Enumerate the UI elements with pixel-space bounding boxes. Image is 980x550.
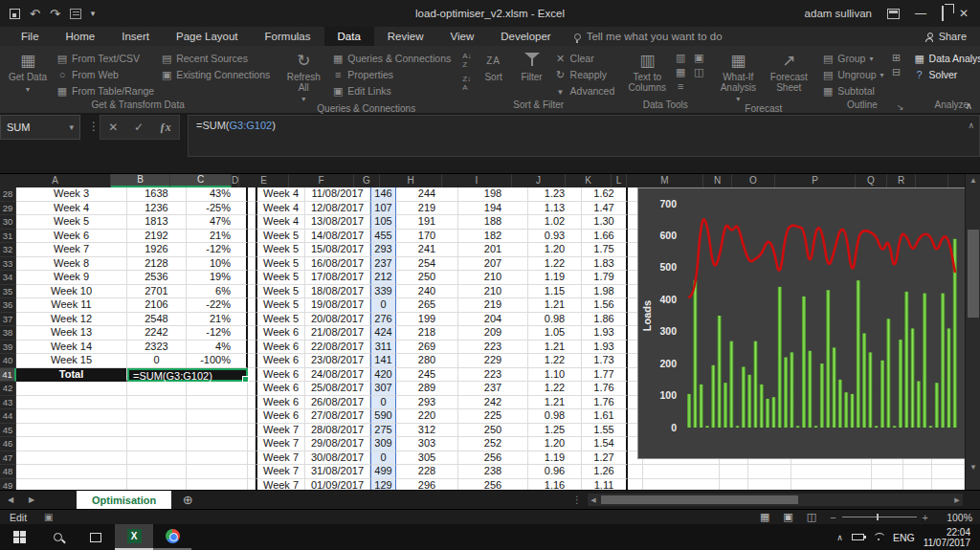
cell-D32[interactable] xyxy=(248,243,256,257)
ungroup-button[interactable]: Ungroup▾ xyxy=(822,68,883,81)
cell-G31[interactable]: 455 xyxy=(370,230,396,244)
cell-B44[interactable] xyxy=(127,409,187,424)
minimize-button[interactable]: — xyxy=(915,7,926,20)
cell-H31[interactable]: 170 xyxy=(396,230,458,244)
cell-J40[interactable]: 1.22 xyxy=(528,354,582,368)
text-to-columns-button[interactable]: Text to Columns xyxy=(626,50,668,93)
cell-L49[interactable] xyxy=(628,479,643,491)
cell-F32[interactable]: 15/08/2017 xyxy=(305,243,370,257)
cell-K40[interactable]: 1.73 xyxy=(582,354,628,368)
cell-G45[interactable]: 275 xyxy=(370,424,396,438)
cell-K31[interactable]: 1.66 xyxy=(582,230,628,244)
cell-B33[interactable]: 2128 xyxy=(127,257,187,272)
cell-I41[interactable]: 223 xyxy=(458,368,528,383)
cell-I49[interactable]: 256 xyxy=(458,479,528,491)
cell-K47[interactable]: 1.27 xyxy=(582,451,628,466)
cell-K41[interactable]: 1.77 xyxy=(582,368,628,383)
sheet-tab-optimisation[interactable]: Optimisation xyxy=(77,491,171,509)
cell-F31[interactable]: 14/08/2017 xyxy=(305,230,370,244)
cell-I36[interactable]: 219 xyxy=(458,298,528,313)
cell-I44[interactable]: 225 xyxy=(458,409,528,424)
page-break-view-icon[interactable]: ◫ xyxy=(807,511,816,523)
cell-C43[interactable] xyxy=(187,396,248,410)
cell-G40[interactable]: 141 xyxy=(370,354,396,368)
cell-B30[interactable]: 1813 xyxy=(127,215,187,230)
cell-G39[interactable]: 311 xyxy=(370,341,396,355)
cell-H42[interactable]: 289 xyxy=(396,382,458,396)
cell-C30[interactable]: 47% xyxy=(187,215,248,230)
cell-A44[interactable] xyxy=(16,409,127,424)
cell-C40[interactable]: -100% xyxy=(187,354,248,368)
cell-D40[interactable] xyxy=(248,354,256,368)
cell-N49[interactable] xyxy=(720,479,748,491)
row-header-38[interactable]: 38 xyxy=(0,326,16,341)
cell-G38[interactable]: 424 xyxy=(370,326,396,341)
cell-A33[interactable]: Week 8 xyxy=(16,257,127,272)
cell-H29[interactable]: 219 xyxy=(396,202,458,216)
battery-icon[interactable] xyxy=(852,534,864,540)
collapse-ribbon-icon[interactable]: ∧ xyxy=(966,100,972,111)
formula-bar-splitter[interactable]: ⋮ xyxy=(88,120,100,133)
insert-function-button[interactable]: ƒx xyxy=(160,121,171,135)
scroll-left-icon[interactable]: ◀ xyxy=(588,494,599,506)
cell-B42[interactable] xyxy=(127,382,187,396)
cell-I42[interactable]: 237 xyxy=(458,382,528,396)
zoom-track[interactable] xyxy=(842,517,917,517)
cell-E48[interactable]: Week 7 xyxy=(256,465,305,479)
cell-D39[interactable] xyxy=(248,341,256,355)
cell-G37[interactable]: 276 xyxy=(370,313,396,327)
page-layout-view-icon[interactable]: ▣ xyxy=(783,511,792,523)
row-header-34[interactable]: 34 xyxy=(0,271,16,285)
row-header-41[interactable]: 41 xyxy=(0,368,16,383)
cell-K34[interactable]: 1.79 xyxy=(582,271,628,285)
cell-B37[interactable]: 2548 xyxy=(127,313,187,327)
cell-H38[interactable]: 218 xyxy=(396,326,458,341)
hidden-icons-chevron[interactable]: ∧ xyxy=(836,533,843,542)
cell-E45[interactable]: Week 7 xyxy=(256,424,305,438)
task-view-button[interactable] xyxy=(77,524,115,550)
cell-G48[interactable]: 499 xyxy=(370,465,396,479)
flash-fill-icon[interactable] xyxy=(675,52,686,63)
advanced-button[interactable]: Advanced xyxy=(555,84,615,98)
cell-A31[interactable]: Week 6 xyxy=(16,230,127,244)
cell-D31[interactable] xyxy=(248,230,256,244)
remove-duplicates-icon[interactable] xyxy=(675,66,686,77)
cell-E43[interactable]: Week 6 xyxy=(256,396,305,410)
cell-E39[interactable]: Week 6 xyxy=(256,341,305,355)
cell-H36[interactable]: 265 xyxy=(396,298,458,313)
cell-F35[interactable]: 18/08/2017 xyxy=(305,285,370,299)
cell-E37[interactable]: Week 5 xyxy=(256,313,305,327)
cell-I48[interactable]: 238 xyxy=(458,465,528,479)
cell-K36[interactable]: 1.56 xyxy=(582,298,628,313)
column-header-Q[interactable]: Q xyxy=(856,174,887,187)
cell-E42[interactable]: Week 6 xyxy=(256,382,305,396)
cell-C34[interactable]: 19% xyxy=(187,271,248,285)
account-name[interactable]: adam sullivan xyxy=(805,8,872,19)
row-header-47[interactable]: 47 xyxy=(0,451,16,466)
cell-J30[interactable]: 1.02 xyxy=(528,215,582,230)
cell-H40[interactable]: 280 xyxy=(396,354,458,368)
sort-ascending-icon[interactable]: A↓Z xyxy=(462,52,471,69)
from-text-csv-button[interactable]: From Text/CSV xyxy=(56,52,154,65)
zoom-thumb[interactable] xyxy=(877,514,879,520)
cell-E36[interactable]: Week 5 xyxy=(256,298,305,313)
cell-D47[interactable] xyxy=(248,451,256,466)
cell-A47[interactable] xyxy=(16,451,127,466)
cell-L48[interactable] xyxy=(628,465,643,479)
data-validation-icon[interactable] xyxy=(675,80,686,92)
cell-K32[interactable]: 1.75 xyxy=(582,243,628,257)
solver-button[interactable]: Solver xyxy=(914,68,980,81)
cell-E35[interactable]: Week 5 xyxy=(256,285,305,299)
cell-E47[interactable]: Week 7 xyxy=(256,451,305,466)
cell-C48[interactable] xyxy=(187,465,248,479)
cell-F29[interactable]: 12/08/2017 xyxy=(305,202,370,216)
cell-K48[interactable]: 1.26 xyxy=(582,465,628,479)
cell-F42[interactable]: 25/08/2017 xyxy=(305,382,370,396)
cell-C49[interactable] xyxy=(187,479,248,491)
recent-sources-button[interactable]: Recent Sources xyxy=(161,52,270,65)
tab-review[interactable]: Review xyxy=(374,27,437,46)
cell-B45[interactable] xyxy=(127,424,187,438)
cell-I39[interactable]: 223 xyxy=(458,341,528,355)
cell-H43[interactable]: 293 xyxy=(396,396,458,410)
cell-E46[interactable]: Week 7 xyxy=(256,437,305,451)
